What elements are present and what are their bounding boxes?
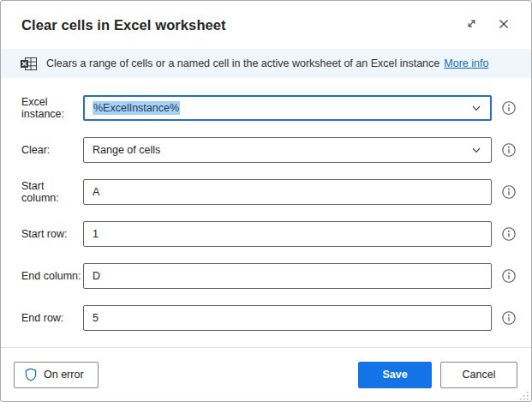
start-column-input[interactable]	[83, 179, 492, 205]
expand-button[interactable]	[459, 13, 483, 37]
end-column-input[interactable]	[83, 263, 492, 289]
close-icon	[498, 18, 510, 33]
end-row-input[interactable]	[83, 305, 492, 331]
field-label: Clear:	[21, 144, 83, 156]
form-row-start-row: Start row:	[1, 221, 531, 247]
on-error-label: On error	[44, 369, 84, 381]
on-error-button[interactable]: On error	[14, 362, 99, 388]
dialog-footer: On error Save Cancel	[1, 347, 531, 401]
info-circle-icon[interactable]	[501, 184, 517, 200]
info-circle-icon[interactable]	[501, 310, 517, 326]
field-label: Excel instance:	[21, 96, 83, 120]
chevron-down-icon	[470, 102, 482, 114]
combobox-selected-value: %ExcelInstance%	[93, 101, 180, 115]
save-button[interactable]: Save	[358, 362, 432, 388]
chevron-down-icon	[470, 144, 482, 156]
form-row-clear: Clear: Range of cells	[1, 137, 531, 163]
form-row-end-row: End row:	[1, 305, 531, 331]
info-circle-icon[interactable]	[501, 226, 517, 242]
start-row-input[interactable]	[83, 221, 492, 247]
field-label: End column:	[21, 270, 83, 282]
form-row-excel-instance: Excel instance: %ExcelInstance%	[1, 95, 531, 121]
shield-icon	[25, 368, 37, 381]
field-label: Start row:	[21, 228, 83, 240]
info-circle-icon[interactable]	[501, 268, 517, 284]
dialog-header: Clear cells in Excel worksheet	[1, 1, 531, 49]
action-description-text: Clears a range of cells or a named cell …	[46, 57, 439, 69]
excel-action-icon	[20, 57, 38, 71]
parameters-form: Excel instance: %ExcelInstance% Clear: R…	[1, 78, 531, 347]
info-circle-icon[interactable]	[501, 142, 517, 158]
info-circle-icon[interactable]	[501, 100, 517, 116]
form-row-start-column: Start column:	[1, 179, 531, 205]
expand-icon	[466, 18, 477, 32]
form-row-end-column: End column:	[1, 263, 531, 289]
field-label: End row:	[21, 312, 83, 324]
clear-cells-dialog: Clear cells in Excel worksheet	[0, 0, 532, 402]
close-button[interactable]	[492, 13, 516, 37]
combobox-value: Range of cells	[93, 144, 470, 156]
clear-mode-combobox[interactable]: Range of cells	[83, 137, 492, 163]
action-description-bar: Clears a range of cells or a named cell …	[1, 49, 531, 78]
cancel-button[interactable]: Cancel	[440, 362, 517, 388]
field-label: Start column:	[21, 180, 83, 204]
dialog-title: Clear cells in Excel worksheet	[21, 17, 459, 33]
resize-grip-icon[interactable]	[519, 389, 529, 399]
more-info-link[interactable]: More info	[444, 57, 488, 69]
excel-instance-combobox[interactable]: %ExcelInstance%	[83, 95, 492, 121]
